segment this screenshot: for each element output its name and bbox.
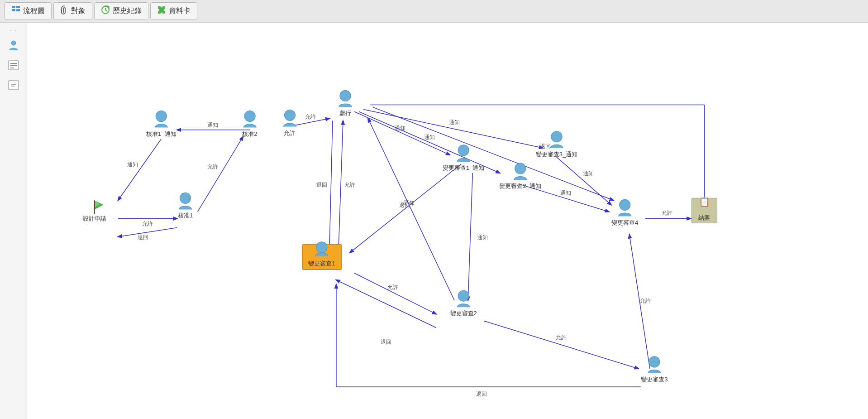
tab-objects-label: 對象 <box>71 6 86 16</box>
svg-point-91 <box>649 356 660 367</box>
sidebar-dots: ··· <box>10 27 17 34</box>
svg-text:獻行: 獻行 <box>339 110 351 116</box>
tab-flowchart-label: 流程圖 <box>23 6 45 16</box>
svg-line-45 <box>484 321 638 368</box>
svg-text:變更審查1_通知: 變更審查1_通知 <box>443 164 485 171</box>
svg-text:通知: 通知 <box>424 134 435 140</box>
svg-point-83 <box>515 163 526 174</box>
tab-objects[interactable]: 對象 <box>53 2 92 20</box>
svg-text:通知: 通知 <box>449 119 460 125</box>
svg-text:變更審查3: 變更審查3 <box>641 376 668 383</box>
svg-text:變更審查2: 變更審查2 <box>450 310 477 317</box>
svg-point-81 <box>458 145 469 156</box>
node-close-case[interactable]: 📋 結案 <box>692 196 717 223</box>
svg-text:允許: 允許 <box>387 284 398 290</box>
svg-text:允許: 允許 <box>344 182 355 188</box>
svg-text:允許: 允許 <box>142 221 153 227</box>
tab-history[interactable]: 歷史紀錄 <box>94 2 148 20</box>
svg-line-55 <box>336 280 436 327</box>
svg-text:核准2: 核准2 <box>242 130 257 137</box>
node-change-review3[interactable]: 變更審查3 <box>641 356 668 383</box>
svg-text:通知: 通知 <box>207 122 218 128</box>
svg-point-70 <box>156 111 167 121</box>
svg-text:核准1: 核准1 <box>177 212 193 219</box>
flow-diagram: 允許 退回 允許 通知 通知 允許 退回 允許 通知 <box>27 23 868 419</box>
svg-text:通知: 通知 <box>560 190 571 196</box>
node-approve1[interactable]: 核准1 <box>177 193 193 219</box>
node-cr2-notify[interactable]: 變更審查2_通知 <box>499 163 541 189</box>
svg-rect-0 <box>12 6 15 8</box>
svg-line-47 <box>368 119 454 301</box>
tab-history-label: 歷史紀錄 <box>113 6 142 16</box>
sidebar-stamp-icon[interactable] <box>5 77 22 93</box>
sidebar-list-icon[interactable] <box>5 57 22 73</box>
node-change-review1[interactable]: 變更審查1 <box>303 242 341 270</box>
tab-flowchart[interactable]: 流程圖 <box>5 2 52 20</box>
clock-icon <box>101 5 110 17</box>
node-design-apply[interactable]: 設計申請 <box>83 200 106 222</box>
svg-text:通知: 通知 <box>127 161 138 168</box>
svg-text:退回: 退回 <box>399 202 410 208</box>
svg-point-85 <box>551 131 562 142</box>
svg-text:核准1_通知: 核准1_通知 <box>146 130 176 137</box>
node-change-review4[interactable]: 變更審查4 <box>611 199 638 226</box>
node-execute[interactable]: 獻行 <box>339 90 352 116</box>
main-area: ··· <box>0 23 868 419</box>
svg-text:退回: 退回 <box>381 339 391 345</box>
svg-line-35 <box>363 109 543 148</box>
svg-line-23 <box>118 139 161 201</box>
svg-text:變更審查1: 變更審查1 <box>308 260 335 267</box>
top-bar: 流程圖 對象 歷史紀錄 資料卡 <box>0 0 868 23</box>
svg-rect-9 <box>9 61 19 70</box>
svg-text:退回: 退回 <box>540 143 551 149</box>
svg-text:允許: 允許 <box>305 114 316 120</box>
svg-text:退回: 退回 <box>138 234 148 241</box>
svg-line-29 <box>339 121 343 250</box>
svg-text:📋: 📋 <box>699 196 711 207</box>
svg-rect-2 <box>16 6 20 8</box>
svg-line-19 <box>198 137 243 212</box>
node-allow[interactable]: 允許 <box>283 110 296 136</box>
svg-text:變更審查2_通知: 變更審查2_通知 <box>499 183 541 189</box>
svg-line-43 <box>468 173 472 300</box>
sidebar-person-icon[interactable] <box>5 37 22 53</box>
svg-text:允許: 允許 <box>556 334 567 341</box>
node-approve2[interactable]: 核准2 <box>242 111 257 137</box>
svg-point-89 <box>620 199 630 210</box>
flowchart-icon <box>11 5 20 17</box>
svg-rect-66 <box>94 200 95 214</box>
svg-point-74 <box>284 110 295 120</box>
svg-line-31 <box>354 111 450 154</box>
svg-text:允許: 允許 <box>207 164 218 170</box>
svg-line-6 <box>105 10 107 11</box>
left-sidebar: ··· <box>0 23 27 419</box>
svg-text:允許: 允許 <box>284 130 296 136</box>
svg-point-72 <box>244 111 255 121</box>
svg-point-76 <box>340 90 351 101</box>
svg-point-68 <box>180 193 191 203</box>
svg-rect-3 <box>16 9 20 11</box>
canvas-area[interactable]: 允許 退回 允許 通知 通知 允許 退回 允許 通知 <box>27 23 868 419</box>
svg-text:變更審查3_通知: 變更審查3_通知 <box>536 151 578 158</box>
svg-text:允許: 允許 <box>662 210 672 216</box>
svg-point-87 <box>458 290 469 301</box>
svg-line-51 <box>557 157 611 205</box>
node-cr1-notify[interactable]: 變更審查1_通知 <box>443 145 485 171</box>
svg-line-33 <box>359 111 500 173</box>
tab-datacard[interactable]: 資料卡 <box>150 2 197 20</box>
svg-text:變更審查4: 變更審查4 <box>611 219 638 226</box>
node-change-review2[interactable]: 變更審查2 <box>450 290 477 317</box>
svg-text:退回: 退回 <box>316 182 327 188</box>
svg-text:結案: 結案 <box>698 214 710 221</box>
svg-text:允許: 允許 <box>640 298 651 304</box>
svg-text:通知: 通知 <box>477 234 488 241</box>
svg-point-79 <box>316 242 327 253</box>
svg-text:通知: 通知 <box>583 170 594 177</box>
puzzle-icon <box>157 5 166 17</box>
tab-datacard-label: 資料卡 <box>169 6 191 16</box>
svg-line-27 <box>329 121 333 250</box>
svg-text:設計申請: 設計申請 <box>83 216 106 222</box>
svg-rect-1 <box>12 9 15 11</box>
node-approve1-notify[interactable]: 核准1_通知 <box>146 111 176 137</box>
paperclip-icon <box>60 5 68 17</box>
